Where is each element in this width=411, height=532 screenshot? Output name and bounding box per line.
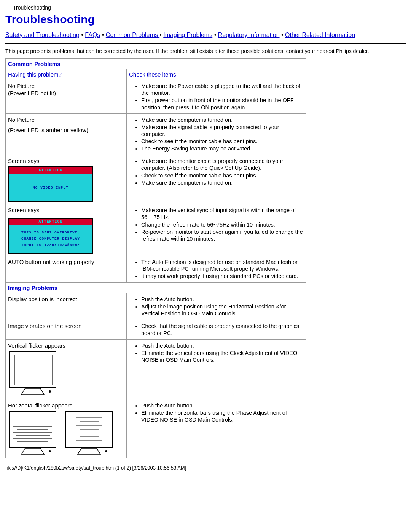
table-row: No Picture (Power LED is amber or yellow… xyxy=(6,113,306,155)
problem-label: No Picture xyxy=(8,117,124,123)
nav-sep: • xyxy=(214,32,218,38)
osd-text-line: INPUT TO 1280X1024@60HZ xyxy=(21,242,80,248)
column-header-problem: Having this problem? xyxy=(6,69,127,80)
nav-sep: • xyxy=(81,32,85,38)
list-item: Make sure the computer is turned on. xyxy=(141,117,303,123)
check-list: Make sure the computer is turned on. Mak… xyxy=(129,117,303,152)
divider xyxy=(5,43,406,44)
osd-text-line: NO VIDEO INPUT xyxy=(33,185,68,190)
osd-text-line: CHANGE COMPUTER DISPLAY xyxy=(21,236,80,242)
list-item: Make sure the monitor cable is properly … xyxy=(141,158,303,171)
list-item: Eliminate the vertical bars using the Cl… xyxy=(141,350,303,363)
problem-label: Vertical flicker appears xyxy=(8,342,124,349)
svg-point-22 xyxy=(49,450,51,452)
table-row: Screen says ATTENTION THIS IS 85HZ OVERD… xyxy=(6,204,306,256)
nav-sep: • xyxy=(159,32,163,38)
check-list: Push the Auto button. Eliminate the hori… xyxy=(129,402,303,423)
breadcrumb-header: Troubleshooting xyxy=(13,5,406,11)
list-item: Eliminate the horizontal bars using the … xyxy=(141,409,303,423)
list-item: Make sure the signal cable is properly c… xyxy=(141,124,303,137)
list-item: Make sure the Power cable is plugged to … xyxy=(141,83,303,96)
problem-label: Image vibrates on the screen xyxy=(8,323,124,329)
osd-body: THIS IS 85HZ OVERDRIVE, CHANGE COMPUTER … xyxy=(9,225,92,252)
column-header-check: Check these items xyxy=(127,69,306,80)
problem-sublabel: (Power LED is amber or yellow) xyxy=(8,127,124,133)
list-item: First, power button in front of the moni… xyxy=(141,97,303,110)
list-item: Push the Auto button. xyxy=(141,342,303,349)
osd-message-box: ATTENTION THIS IS 85HZ OVERDRIVE, CHANGE… xyxy=(8,218,93,253)
list-item: Make sure the computer is turned on. xyxy=(141,179,303,186)
list-item: The Auto Function is designed for use on… xyxy=(141,259,303,272)
svg-point-31 xyxy=(105,450,107,452)
list-item: Push the Auto button. xyxy=(141,402,303,409)
problem-sublabel: (Power LED not lit) xyxy=(8,90,124,96)
link-safety[interactable]: Safety and Troubleshooting xyxy=(5,32,80,38)
list-item: Check to see if the monitor cable has be… xyxy=(141,138,303,145)
list-item: Change the refresh rate to 56~75Hz withi… xyxy=(141,221,303,228)
vertical-flicker-icon xyxy=(8,350,124,397)
table-row: Display position is incorrect Push the A… xyxy=(6,293,306,320)
problem-label: Horizontal flicker appears xyxy=(8,402,124,409)
table-row: No Picture (Power LED not lit) Make sure… xyxy=(6,80,306,114)
list-item: Make sure the vertical sync of input sig… xyxy=(141,207,303,220)
table-row: Image vibrates on the screen Check that … xyxy=(6,320,306,339)
osd-message-box: ATTENTION NO VIDEO INPUT xyxy=(8,166,93,202)
link-common-problems[interactable]: Common Problems xyxy=(106,32,159,38)
nav-link-row: Safety and Troubleshooting • FAQs • Comm… xyxy=(5,30,406,40)
problem-label: Display position is incorrect xyxy=(8,296,124,302)
osd-body: NO VIDEO INPUT xyxy=(9,174,92,201)
table-row: Screen says ATTENTION NO VIDEO INPUT Mak… xyxy=(6,155,306,204)
osd-text-line: THIS IS 85HZ OVERDRIVE, xyxy=(21,230,80,236)
list-item: Re-power on monitor to start over again … xyxy=(141,228,303,242)
section-header-imaging: Imaging Problems xyxy=(6,283,306,293)
link-regulatory[interactable]: Regulatory Information xyxy=(218,32,280,38)
nav-sep: • xyxy=(102,32,106,38)
horizontal-flicker-icon xyxy=(8,410,124,456)
section-header-common: Common Problems xyxy=(6,59,306,69)
osd-attention-bar: ATTENTION xyxy=(9,219,92,225)
table-row: Vertical flicker appears xyxy=(6,339,306,399)
table-row: Horizontal flicker appears xyxy=(6,399,306,458)
list-item: It may not work properly if using nonsta… xyxy=(141,273,303,280)
osd-attention-bar: ATTENTION xyxy=(9,167,92,174)
table-row: AUTO button not working properly The Aut… xyxy=(6,256,306,282)
footer-file-path: file:///D|/K1/english/180b2sw/safety/saf… xyxy=(5,465,406,471)
list-item: The Energy Saving feature may be activat… xyxy=(141,145,303,152)
list-item: Adjust the image position using the Hori… xyxy=(141,303,303,317)
intro-text: This page presents problems that can be … xyxy=(5,48,406,54)
link-imaging-problems[interactable]: Imaging Problems xyxy=(163,32,212,38)
troubleshooting-table: Common Problems Having this problem? Che… xyxy=(5,58,306,458)
check-list: Check that the signal cable is properly … xyxy=(129,323,303,336)
problem-label: Screen says xyxy=(8,207,124,213)
check-list: The Auto Function is designed for use on… xyxy=(129,259,303,280)
problem-label: No Picture xyxy=(8,83,124,89)
check-list: Make sure the monitor cable is properly … xyxy=(129,158,303,186)
nav-sep: • xyxy=(281,32,285,38)
list-item: Check that the signal cable is properly … xyxy=(141,323,303,336)
check-list: Make sure the Power cable is plugged to … xyxy=(129,83,303,111)
list-item: Push the Auto button. xyxy=(141,296,303,303)
link-faqs[interactable]: FAQs xyxy=(85,32,100,38)
link-other-related[interactable]: Other Related Information xyxy=(285,32,355,38)
problem-label: AUTO button not working properly xyxy=(8,259,124,265)
problem-label: Screen says xyxy=(8,158,124,164)
list-item: Check to see if the monitor cable has be… xyxy=(141,172,303,179)
page-title: Troubleshooting xyxy=(5,13,406,26)
check-list: Make sure the vertical sync of input sig… xyxy=(129,207,303,242)
svg-point-11 xyxy=(49,390,51,393)
check-list: Push the Auto button. Adjust the image p… xyxy=(129,296,303,317)
check-list: Push the Auto button. Eliminate the vert… xyxy=(129,342,303,363)
